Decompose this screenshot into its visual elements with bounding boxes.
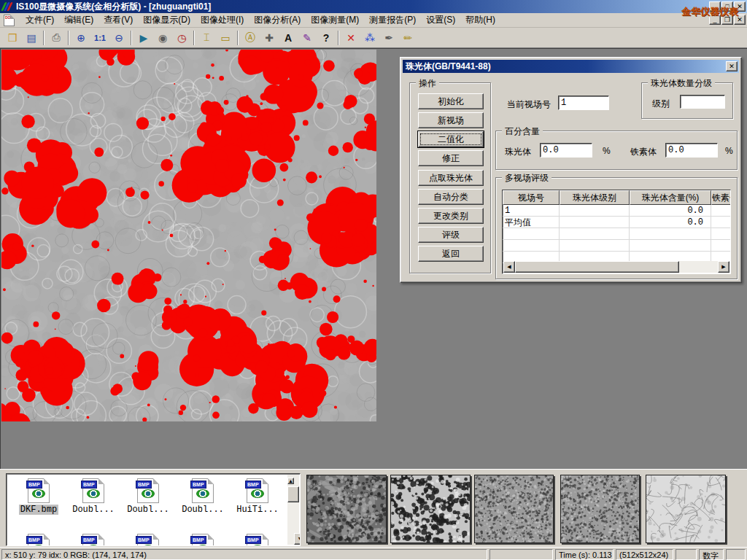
scroll-down-icon[interactable]: ▼ bbox=[294, 533, 301, 545]
grade-group-label: 珠光体数量分级 bbox=[648, 77, 715, 90]
curve-tool-icon[interactable]: ✕ bbox=[342, 29, 360, 46]
close-button[interactable]: ✕ bbox=[734, 1, 746, 12]
correct-button[interactable]: 修正 bbox=[418, 150, 484, 166]
open-file-icon[interactable]: ❒ bbox=[4, 29, 21, 46]
file-item[interactable]: BMP bbox=[177, 534, 229, 546]
change-class-button[interactable]: 更改类别 bbox=[418, 208, 484, 224]
actual-size-icon[interactable]: 1:1 bbox=[91, 29, 109, 46]
file-listbox[interactable]: BMP DKF.bmp BMP Doubl... BMP Doubl... BM… bbox=[6, 473, 301, 546]
minimize-button[interactable]: _ bbox=[709, 1, 721, 12]
stamp-icon[interactable]: ✚ bbox=[260, 29, 278, 46]
file-v-scrollbar[interactable]: ▲ ▼ bbox=[287, 475, 299, 545]
zoom-in-icon[interactable]: ⊕ bbox=[72, 29, 90, 46]
mdi-minimize-button[interactable]: _ bbox=[709, 15, 721, 25]
percent-group-label: 百分含量 bbox=[502, 125, 543, 138]
edit-annotate-icon[interactable]: ✎ bbox=[298, 29, 316, 46]
multi-field-group: 多视场评级 视场号 珠光体级别 珠光体含量(%) 铁素体含量(%) 1 0.0 … bbox=[495, 177, 738, 279]
dialog-title-bar[interactable]: 珠光体(GB/T9441-88) ✕ bbox=[403, 60, 739, 73]
eye-icon bbox=[87, 489, 100, 498]
micrograph-image[interactable] bbox=[1, 50, 376, 421]
bmp-file-icon: BMP bbox=[192, 478, 214, 503]
mdi-restore-button[interactable]: ❐ bbox=[721, 15, 733, 25]
menu-bar: DOC 文件(F) 编辑(E) 查看(V) 图像显示(D) 图像处理(I) 图像… bbox=[0, 13, 747, 28]
eye-icon bbox=[142, 489, 155, 498]
file-item[interactable]: BMP Doubl... bbox=[67, 478, 120, 515]
mdi-close-button[interactable]: ✕ bbox=[734, 15, 746, 25]
operation-group-label: 操作 bbox=[416, 77, 439, 90]
text-annotate-icon[interactable]: A bbox=[279, 29, 297, 46]
file-item[interactable]: BMP Doubl... bbox=[122, 478, 174, 515]
maximize-button[interactable]: □ bbox=[721, 1, 733, 12]
measure-label-icon[interactable]: Ⓐ bbox=[241, 29, 259, 46]
pick-pearlite-button[interactable]: 点取珠光体 bbox=[418, 170, 484, 186]
file-item[interactable]: BMP HuiTi... bbox=[231, 478, 284, 515]
menu-image-analysis[interactable]: 图像分析(A) bbox=[249, 12, 306, 28]
file-item[interactable]: BMP bbox=[67, 534, 120, 546]
file-name[interactable]: HuiTi... bbox=[235, 505, 280, 515]
file-name[interactable]: DKF.bmp bbox=[19, 505, 58, 515]
menu-edit[interactable]: 编辑(E) bbox=[59, 12, 98, 28]
binarize-button[interactable]: 二值化 bbox=[418, 131, 484, 147]
dialog-close-button[interactable]: ✕ bbox=[726, 61, 738, 71]
file-name[interactable]: Doubl... bbox=[180, 505, 225, 515]
file-item[interactable]: BMP bbox=[122, 534, 174, 546]
cell-ferrite bbox=[711, 217, 731, 228]
ferrite-percent-input[interactable] bbox=[665, 143, 718, 158]
thumbnail-image[interactable] bbox=[306, 475, 387, 543]
file-item[interactable]: BMP DKF.bmp bbox=[12, 478, 65, 515]
bmp-file-icon: BMP bbox=[247, 478, 268, 503]
grade-button[interactable]: 评级 bbox=[418, 227, 484, 243]
file-name[interactable]: Doubl... bbox=[71, 505, 116, 515]
cell-pearlite: 0.0 bbox=[630, 217, 711, 228]
classify-colors-icon[interactable]: ⁂ bbox=[361, 29, 379, 46]
save-file-icon[interactable]: ▤ bbox=[23, 29, 40, 46]
brush-tool-icon[interactable]: ✏ bbox=[399, 29, 417, 46]
menu-image-display[interactable]: 图像显示(D) bbox=[138, 12, 196, 28]
caliper-measure-icon[interactable]: ⌶ bbox=[198, 29, 215, 46]
cursor-position-status: x: 510 y: 79 idx: 0 RGB: (174, 174, 174) bbox=[1, 549, 487, 560]
video-capture-icon[interactable]: ▶ bbox=[135, 29, 152, 46]
file-item[interactable]: BMP bbox=[12, 534, 65, 546]
ruler-measure-icon[interactable]: ▭ bbox=[217, 29, 234, 46]
init-button[interactable]: 初始化 bbox=[418, 93, 484, 109]
rating-table[interactable]: 视场号 珠光体级别 珠光体含量(%) 铁素体含量(%) 1 0.0 平均值 0.… bbox=[502, 190, 731, 274]
table-row[interactable]: 1 0.0 bbox=[503, 205, 730, 217]
file-item[interactable]: BMP Doubl... bbox=[177, 478, 229, 515]
menu-measure-report[interactable]: 测量报告(P) bbox=[364, 12, 421, 28]
level-input[interactable] bbox=[680, 95, 725, 109]
file-name[interactable]: Doubl... bbox=[125, 505, 171, 515]
menu-image-process[interactable]: 图像处理(I) bbox=[196, 12, 249, 28]
menu-view[interactable]: 查看(V) bbox=[98, 12, 138, 28]
thumbnail-image[interactable] bbox=[474, 475, 554, 543]
scroll-thumb[interactable] bbox=[287, 486, 299, 502]
pen-tool-icon[interactable]: ✒ bbox=[380, 29, 398, 46]
ferrite-label: 铁素体 bbox=[630, 146, 657, 158]
table-row[interactable]: 平均值 0.0 bbox=[503, 217, 730, 228]
zoom-out-icon[interactable]: ⊖ bbox=[110, 29, 128, 46]
table-h-scrollbar[interactable]: ◀ ▶ bbox=[503, 261, 729, 273]
print-icon[interactable]: ⎙ bbox=[47, 29, 65, 46]
menu-file[interactable]: 文件(F) bbox=[20, 12, 59, 28]
camera-capture-icon[interactable]: ◉ bbox=[154, 29, 171, 46]
scroll-up-icon[interactable]: ▲ bbox=[287, 478, 294, 484]
scroll-thumb[interactable] bbox=[515, 261, 679, 273]
menu-settings[interactable]: 设置(S) bbox=[421, 12, 460, 28]
new-field-button[interactable]: 新视场 bbox=[418, 112, 484, 128]
menu-image-measure[interactable]: 图像测量(M) bbox=[306, 12, 364, 28]
thumbnail-image[interactable] bbox=[646, 475, 726, 543]
title-bar: IS100显微摄像系统(金相分析版) - [zhuguangti01] _ □ … bbox=[0, 0, 747, 13]
pearlite-percent-input[interactable] bbox=[540, 143, 592, 158]
thumbnail-image[interactable] bbox=[560, 475, 640, 543]
menu-help[interactable]: 帮助(H) bbox=[460, 12, 500, 28]
help-icon[interactable]: ? bbox=[317, 29, 335, 46]
current-field-input[interactable] bbox=[558, 96, 609, 110]
cell-pearlite: 0.0 bbox=[630, 205, 711, 216]
scroll-left-icon[interactable]: ◀ bbox=[503, 261, 515, 273]
timer-icon[interactable]: ◷ bbox=[173, 29, 190, 46]
thumbnail-image[interactable] bbox=[390, 475, 471, 543]
file-item[interactable]: BMP bbox=[231, 534, 284, 546]
auto-classify-button[interactable]: 自动分类 bbox=[418, 189, 484, 205]
return-button[interactable]: 返回 bbox=[418, 246, 484, 262]
scroll-right-icon[interactable]: ▶ bbox=[718, 261, 729, 273]
col-pearlite-content: 珠光体含量(%) bbox=[630, 190, 711, 205]
